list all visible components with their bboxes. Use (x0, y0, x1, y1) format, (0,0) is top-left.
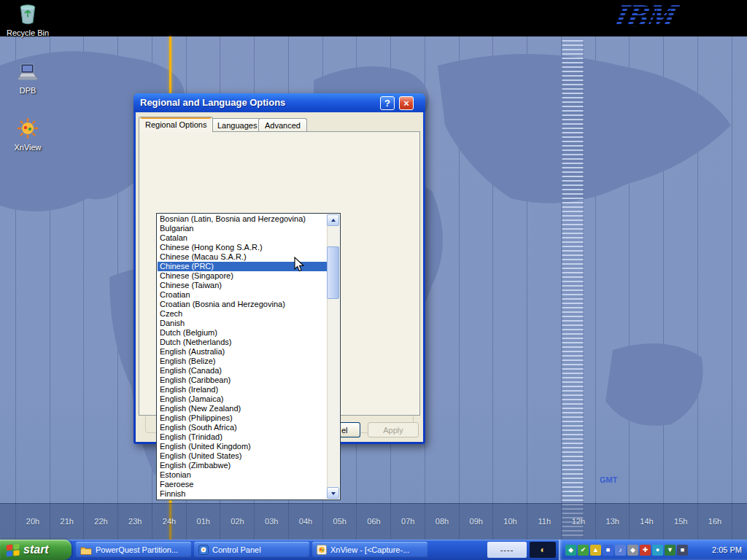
tray-messenger-icon[interactable]: ▼ (665, 545, 676, 556)
recycle-bin-icon (18, 3, 38, 25)
help-button[interactable]: ? (380, 96, 395, 110)
deskband-dashes[interactable]: ---- (487, 542, 527, 558)
dialog-titlebar[interactable]: Regional and Language Options ? × (133, 93, 425, 112)
timezone-hour-label: 06h (367, 517, 380, 526)
start-button[interactable]: start (0, 540, 71, 560)
cancel-button-fragment[interactable]: el (340, 422, 360, 438)
dropdown-item[interactable]: Chinese (Hong Kong S.A.R.) (158, 243, 327, 252)
system-tray: ◆✔▲■♪◆✚●▼■ 2:05 PM (559, 540, 747, 560)
tray-security-icon[interactable]: ✔ (578, 545, 589, 556)
dropdown-item[interactable]: Danish (158, 319, 327, 328)
tray-antivirus-icon[interactable]: ✚ (640, 545, 651, 556)
desktop-icon-recycle-bin[interactable]: Recycle Bin (0, 3, 55, 37)
timezone-hour-label: 10h (503, 517, 516, 526)
tab-regional-options[interactable]: Regional Options (139, 117, 213, 132)
dialog-title: Regional and Language Options (140, 97, 285, 108)
timezone-hour-label: 01h (197, 517, 210, 526)
timezone-hour-label: 09h (470, 517, 483, 526)
tray-volume-icon[interactable]: ♪ (615, 545, 626, 556)
dropdown-item[interactable]: Catalan (158, 233, 327, 243)
timezone-hour-label: 23h (128, 517, 142, 526)
scroll-down-button[interactable] (327, 487, 339, 499)
dropdown-item[interactable]: Dutch (Belgium) (158, 328, 327, 338)
icon-label: Recycle Bin (0, 28, 55, 37)
control-panel-icon (198, 545, 209, 555)
ibm-logo: IBM (610, 0, 697, 36)
taskbar-clock[interactable]: 2:05 PM (712, 540, 742, 560)
timezone-hour-label: 07h (401, 517, 414, 526)
task-label: XnView - [<Capture-... (330, 545, 409, 554)
dropdown-item[interactable]: Faeroese (158, 480, 327, 489)
tray-power-icon[interactable]: ■ (677, 545, 688, 556)
dropdown-item[interactable]: English (Caribbean) (158, 376, 327, 385)
dropdown-item[interactable]: Czech (158, 309, 327, 319)
timezone-hour-label: 12h (572, 517, 585, 526)
laptop-icon (17, 63, 39, 82)
dropdown-item[interactable]: Bulgarian (158, 224, 327, 233)
xnview-icon (17, 117, 39, 139)
dropdown-scrollbar[interactable] (327, 214, 339, 499)
timezone-hour-label: 22h (94, 517, 107, 526)
folder-icon (80, 545, 92, 555)
timezone-hour-label: 03h (265, 517, 278, 526)
dropdown-item[interactable]: Estonian (158, 470, 327, 480)
dropdown-item[interactable]: Dutch (Netherlands) (158, 338, 327, 347)
scrollbar-thumb[interactable] (327, 246, 339, 299)
taskbar-task-powerquest[interactable]: PowerQuest Partition... (76, 542, 191, 558)
dropdown-item[interactable]: English (Belize) (158, 357, 327, 366)
dropdown-item[interactable]: English (United States) (158, 451, 327, 461)
timezone-hour-label: 05h (333, 517, 347, 526)
dropdown-item[interactable]: Croatian (158, 290, 327, 300)
dropdown-item[interactable]: English (Zimbabwe) (158, 461, 327, 470)
date-line-band (562, 40, 584, 538)
tray-network-icon[interactable]: ◆ (565, 545, 576, 556)
desktop: IBM GMT 20h21h22h23h24h01h02h03h04h05h06… (0, 0, 747, 560)
tray-icons: ◆✔▲■♪◆✚●▼■ (565, 545, 688, 556)
xnview-task-icon (317, 545, 327, 555)
timezone-hour-label: 04h (299, 517, 312, 526)
dropdown-item[interactable]: Croatian (Bosnia and Herzegovina) (158, 300, 327, 309)
dropdown-item[interactable]: English (Trinidad) (158, 432, 327, 442)
dropdown-item[interactable]: English (Ireland) (158, 385, 327, 394)
timezone-hour-label: 08h (436, 517, 449, 526)
dropdown-item[interactable]: Bosnian (Latin, Bosnia and Herzegovina) (158, 214, 327, 224)
dropdown-item[interactable]: Finnish (158, 489, 327, 499)
dropdown-item[interactable]: English (Australia) (158, 347, 327, 357)
scroll-up-button[interactable] (327, 214, 339, 226)
task-label: Control Panel (212, 545, 261, 554)
timezone-hour-label: 14h (640, 517, 653, 526)
close-button[interactable]: × (399, 96, 414, 110)
apply-button[interactable]: Apply (368, 422, 419, 438)
dropdown-item[interactable]: English (New Zealand) (158, 404, 327, 413)
wallpaper-top-band: IBM (0, 0, 747, 36)
windows-flag-icon (6, 542, 20, 557)
dropdown-item[interactable]: English (Canada) (158, 366, 327, 376)
taskbar: start PowerQuest Partition... Control Pa… (0, 540, 747, 560)
dropdown-item[interactable]: Chinese (Taiwan) (158, 281, 327, 290)
taskbar-task-xnview[interactable]: XnView - [<Capture-... (312, 542, 427, 558)
tab-advanced[interactable]: Advanced (258, 118, 307, 132)
start-label: start (23, 543, 49, 556)
desktop-icon-xnview[interactable]: XnView (0, 117, 55, 152)
deskband-icon[interactable]: ◐ (530, 542, 556, 558)
mouse-cursor (294, 257, 306, 274)
ibm-logo-stripes (610, 0, 697, 36)
dropdown-item[interactable]: English (Jamaica) (158, 394, 327, 404)
taskbar-task-control-panel[interactable]: Control Panel (194, 542, 309, 558)
timezone-hour-label: 24h (163, 517, 176, 526)
dropdown-item[interactable]: English (United Kingdom) (158, 442, 327, 451)
tray-removable-icon[interactable]: ◆ (627, 545, 638, 556)
dropdown-item[interactable]: English (South Africa) (158, 423, 327, 432)
timezone-hour-label: 02h (231, 517, 244, 526)
tray-sync-icon[interactable]: ● (652, 545, 663, 556)
tray-display-icon[interactable]: ■ (603, 545, 614, 556)
tab-languages[interactable]: Languages (211, 118, 263, 132)
dropdown-item[interactable]: English (Philippines) (158, 413, 327, 423)
timezone-hour-label: 20h (26, 517, 39, 526)
desktop-icon-dpb[interactable]: DPB (0, 63, 55, 95)
icon-label: DPB (0, 86, 55, 95)
timezone-scale: 20h21h22h23h24h01h02h03h04h05h06h07h08h0… (0, 503, 747, 540)
tray-key-icon[interactable]: ▲ (590, 545, 601, 556)
icon-label: XnView (0, 143, 55, 152)
timezone-hour-label: 21h (61, 517, 74, 526)
